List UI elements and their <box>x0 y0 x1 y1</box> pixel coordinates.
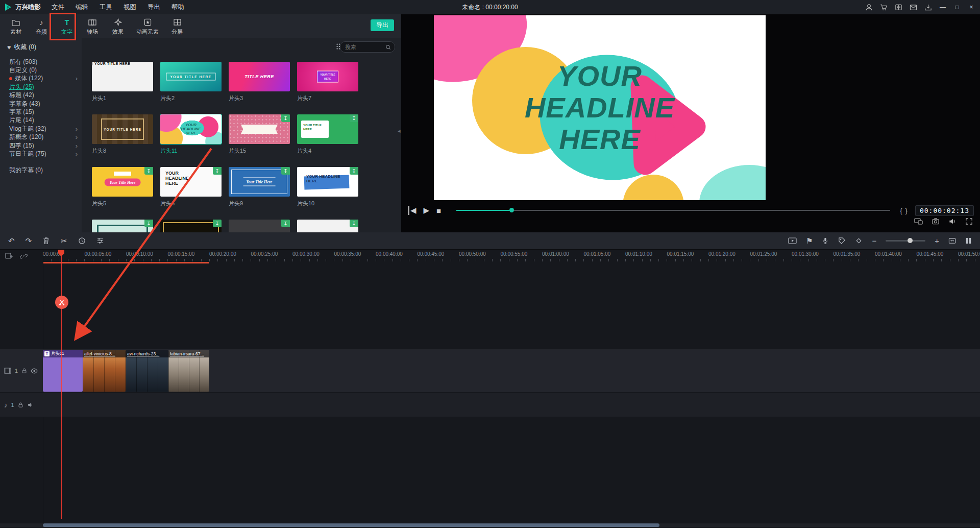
download-icon[interactable]: ↧ <box>213 167 222 175</box>
template-thumbnail[interactable]: Your Title Here ↧ <box>229 167 290 197</box>
tab-media[interactable]: 素材 <box>3 17 29 36</box>
lock-icon[interactable] <box>21 368 27 374</box>
template-item[interactable]: YOUR TITLE HERE 片头7 <box>297 62 358 102</box>
menu-item[interactable]: 导出 <box>142 3 166 12</box>
download-icon[interactable]: ↧ <box>144 220 153 227</box>
download-icon[interactable]: ↧ <box>281 167 290 175</box>
tutorial-book-icon[interactable] <box>895 4 902 11</box>
timeline-video-clip[interactable]: allef-vinicius-8... <box>83 350 126 392</box>
sidebar-item[interactable]: 字幕 (15) <box>0 108 82 116</box>
stop-button[interactable]: ■ <box>436 206 441 215</box>
export-button[interactable]: 导出 <box>371 19 394 31</box>
sidebar-item-favorites[interactable]: ♥ 收藏 (0) <box>0 38 82 52</box>
menu-item[interactable]: 视图 <box>118 3 142 12</box>
split-cursor-icon[interactable] <box>55 296 68 309</box>
template-thumbnail[interactable]: ↧ <box>229 114 290 144</box>
keyframe-icon[interactable] <box>855 237 863 245</box>
play-button[interactable]: ▶ <box>424 206 430 215</box>
tab-elements[interactable]: 动画元素 <box>131 17 164 36</box>
download-icon[interactable]: ↧ <box>213 220 222 227</box>
template-thumbnail[interactable]: YOUR TITLE HERE ↧ <box>297 114 358 144</box>
timeline-text-clip[interactable]: T 片头11 <box>43 350 83 392</box>
search-box[interactable] <box>340 41 395 53</box>
template-thumbnail[interactable]: YOUR TITLE HERE <box>160 62 222 91</box>
fit-timeline-icon[interactable] <box>948 237 956 245</box>
sidebar-item[interactable]: Vlog主题 (32) › <box>0 125 82 133</box>
link-clips-icon[interactable] <box>20 252 28 259</box>
menu-item[interactable]: 文件 <box>46 3 70 12</box>
sidebar-item[interactable]: 媒体 (122) › <box>0 75 82 83</box>
sidebar-item[interactable]: 自定义 (0) <box>0 66 82 74</box>
template-item[interactable]: YOUR HEADLINE HERE ↧ 片头6 <box>160 167 222 207</box>
sidebar-item-my-subtitles[interactable]: 我的字幕 (0) <box>0 166 82 175</box>
template-thumbnail[interactable]: TITLE HERE <box>229 62 290 91</box>
delete-trash-icon[interactable] <box>42 237 50 245</box>
template-thumbnail[interactable]: YOUR HEADLINE HERE <box>160 114 222 144</box>
template-item[interactable]: YOUR TITLE HERE 片头8 <box>92 114 153 155</box>
mark-out-icon[interactable]: } <box>905 207 908 214</box>
download-icon[interactable]: ↧ <box>350 114 358 122</box>
display-switch-icon[interactable] <box>914 218 923 225</box>
template-thumbnail[interactable]: Your Title Here ↧ <box>92 167 153 197</box>
menu-item[interactable]: 帮助 <box>166 3 190 12</box>
timeline-ruler[interactable]: 00:00:0000:00:05:0000:00:10:0000:00:15:0… <box>43 250 980 262</box>
voiceover-mic-icon[interactable] <box>822 237 829 245</box>
download-icon[interactable]: ↧ <box>281 114 290 122</box>
zoom-out-button[interactable]: − <box>872 236 876 245</box>
mark-in-icon[interactable]: { <box>900 207 902 214</box>
maximize-button[interactable]: □ <box>953 4 961 11</box>
template-thumbnail[interactable]: YOUR TITLE HERE <box>92 62 153 91</box>
template-item[interactable]: YOUR TITLE HERE ↧ 片头4 <box>297 114 358 155</box>
sidebar-item[interactable]: 字幕条 (43) <box>0 100 82 108</box>
audio-track-lane[interactable] <box>0 393 980 417</box>
template-thumbnail[interactable]: YOUR HEADLINE HERE ↧ <box>160 167 222 197</box>
adjust-mixer-icon[interactable] <box>96 237 104 245</box>
mail-icon[interactable] <box>910 4 917 11</box>
sidebar-item[interactable]: 新概念 (120) › <box>0 133 82 141</box>
template-item[interactable]: YOUR HEADLINE HERE ↧ 片头10 <box>297 167 358 207</box>
tab-audio[interactable]: ♪ 音频 <box>29 17 54 36</box>
user-account-icon[interactable] <box>865 4 873 11</box>
template-thumbnail[interactable]: ↧ <box>160 220 222 232</box>
timeline-zoom-slider[interactable] <box>886 240 925 242</box>
download-icon[interactable]: ↧ <box>350 220 358 227</box>
template-item[interactable]: Your Title Here ↧ 片头9 <box>229 167 290 207</box>
sidebar-item[interactable]: 片尾 (14) <box>0 116 82 125</box>
eye-visibility-icon[interactable] <box>31 368 38 374</box>
sidebar-item[interactable]: 四季 (15) › <box>0 141 82 150</box>
fullscreen-icon[interactable] <box>965 218 973 225</box>
mute-speaker-icon[interactable] <box>27 402 34 408</box>
sidebar-item[interactable]: 所有 (503) <box>0 58 82 66</box>
tab-effects[interactable]: 效果 <box>105 17 131 36</box>
sidebar-item[interactable]: 节日主题 (75) › <box>0 150 82 158</box>
timeline-video-clip[interactable]: fabian-irsara-67... <box>168 350 209 392</box>
search-input[interactable] <box>344 43 383 51</box>
lock-icon[interactable] <box>18 402 23 408</box>
sidebar-item[interactable]: 片头 (25) <box>0 83 82 91</box>
tab-splitscreen[interactable]: 分屏 <box>164 17 190 36</box>
preview-scrubber[interactable] <box>456 210 890 211</box>
menu-item[interactable]: 工具 <box>94 3 118 12</box>
zoom-slider-handle[interactable] <box>908 238 913 243</box>
menu-item[interactable]: 编辑 <box>70 3 94 12</box>
download-icon[interactable]: ↧ <box>144 167 153 175</box>
template-thumbnail[interactable]: YOUR TITLE HERE <box>297 62 358 91</box>
timeline-video-clip[interactable]: avi-richards-23... <box>126 350 168 392</box>
template-item[interactable]: Your Title Here ↧ 片头5 <box>92 167 153 207</box>
split-scissors-button[interactable]: ✂ <box>61 236 67 246</box>
template-thumbnail[interactable]: ↧ <box>92 220 153 232</box>
template-item[interactable]: ↧ 片头15 <box>229 114 290 155</box>
template-item[interactable]: YOUR TITLE HERE 片头1 <box>92 62 153 102</box>
store-cart-icon[interactable] <box>880 4 888 11</box>
download-icon[interactable]: ↧ <box>350 167 358 175</box>
speed-clock-icon[interactable] <box>78 237 86 245</box>
template-item[interactable]: ↧ <box>160 220 222 232</box>
timeline-scrollbar[interactable] <box>43 523 659 527</box>
template-item[interactable]: YOUR TITLE HERE 片头2 <box>160 62 222 102</box>
previous-frame-button[interactable]: ◀ <box>408 206 416 215</box>
edit-tag-icon[interactable] <box>838 237 846 245</box>
template-thumbnail[interactable]: YOUR TITLE HERE <box>92 114 153 144</box>
template-thumbnail[interactable]: YOUR TITLE HERE ↧ <box>229 220 290 232</box>
playhead-line[interactable] <box>61 250 62 519</box>
template-item[interactable]: YOUR HEADLINE HERE 片头11 <box>160 114 222 155</box>
